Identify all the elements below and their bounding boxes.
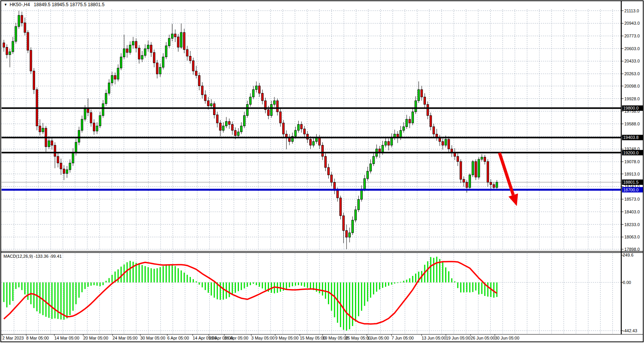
bear-candle: [321, 145, 323, 156]
bull-candle: [123, 49, 125, 57]
bear-candle: [439, 138, 441, 142]
macd-histogram-bar: [385, 282, 386, 287]
macd-histogram-bar: [253, 282, 254, 284]
bull-candle: [105, 93, 107, 104]
macd-histogram-bar: [475, 282, 476, 291]
macd-tick-label: -442.43: [623, 328, 637, 333]
bear-candle: [234, 130, 236, 135]
macd-histogram-bar: [156, 268, 158, 282]
macd-histogram-bar: [244, 282, 245, 289]
macd-histogram-bar: [69, 282, 71, 315]
macd-histogram-bar: [247, 282, 248, 287]
bear-candle: [87, 109, 89, 113]
bull-candle: [81, 119, 83, 130]
bull-candle: [472, 162, 474, 175]
macd-histogram-bar: [316, 282, 317, 292]
bear-candle: [301, 125, 303, 129]
bear-candle: [340, 198, 341, 216]
bull-candle: [349, 233, 351, 237]
macd-histogram-bar: [109, 278, 110, 282]
bear-candle: [331, 175, 333, 182]
bear-candle: [487, 162, 489, 182]
price-label-text: 19200.0: [623, 150, 639, 155]
macd-histogram-bar: [403, 281, 404, 282]
macd-histogram-bar: [96, 282, 98, 286]
bull-candle: [225, 122, 227, 126]
macd-histogram-bar: [202, 282, 203, 287]
chart-canvas[interactable]: 21113.020943.020773.020603.020433.020263…: [0, 0, 644, 343]
bull-candle: [78, 130, 80, 142]
macd-histogram-bar: [466, 282, 467, 292]
macd-histogram-bar: [160, 267, 161, 282]
bear-candle: [336, 191, 338, 198]
price-tick-label: 20603.0: [624, 46, 640, 51]
bear-candle: [214, 104, 215, 115]
bull-candle: [108, 83, 110, 93]
macd-histogram-bar: [111, 275, 113, 282]
bull-candle: [412, 112, 414, 123]
macd-histogram-bar: [57, 282, 59, 319]
bull-candle: [358, 199, 360, 210]
bear-candle: [289, 138, 291, 142]
macd-histogram-bar: [373, 282, 374, 294]
bear-candle: [346, 231, 348, 237]
date-label: 7 Jun 05:00: [392, 336, 414, 340]
bull-candle: [367, 171, 368, 179]
macd-histogram-bar: [24, 282, 25, 294]
macd-histogram-bar: [175, 266, 176, 282]
macd-histogram-bar: [448, 271, 449, 282]
bull-candle: [415, 101, 417, 112]
bear-candle: [457, 156, 459, 161]
bear-candle: [231, 125, 233, 130]
macd-histogram-bar: [214, 282, 215, 298]
macd-histogram-bar: [286, 282, 287, 289]
macd-tick-label: 0.00: [623, 280, 631, 285]
bull-candle: [18, 15, 20, 27]
macd-histogram-bar: [184, 273, 185, 282]
bear-candle: [114, 76, 116, 79]
bear-candle: [138, 48, 140, 59]
macd-histogram-bar: [118, 269, 119, 282]
macd-histogram-bar: [442, 261, 443, 282]
bear-candle: [90, 113, 92, 123]
bull-candle: [382, 145, 383, 152]
macd-histogram-bar: [400, 282, 401, 282]
bear-candle: [60, 163, 62, 169]
bear-candle: [343, 216, 345, 230]
macd-histogram-bar: [3, 282, 5, 302]
macd-histogram-bar: [457, 282, 458, 288]
bull-candle: [294, 130, 296, 136]
macd-histogram-bar: [364, 282, 365, 306]
macd-histogram-bar: [481, 282, 483, 294]
macd-histogram-bar: [337, 282, 338, 323]
bear-candle: [174, 34, 176, 37]
price-tick-label: 20263.0: [624, 71, 640, 76]
bear-candle: [261, 93, 263, 101]
price-tick-label: 19078.0: [624, 159, 640, 164]
bull-candle: [210, 104, 212, 106]
date-label: 13 Jun 05:00: [422, 336, 446, 340]
bull-candle: [316, 138, 318, 142]
bull-candle: [391, 138, 393, 145]
bear-candle: [466, 182, 468, 188]
bear-candle: [424, 97, 426, 104]
bull-candle: [403, 127, 405, 130]
symbol-dropdown-icon[interactable]: ▼: [4, 3, 7, 7]
macd-histogram-bar: [205, 282, 206, 290]
macd-histogram-bar: [250, 282, 251, 285]
macd-histogram-bar: [238, 282, 239, 291]
bull-candle: [117, 68, 119, 79]
macd-histogram-bar: [379, 282, 380, 289]
bull-candle: [141, 56, 143, 59]
macd-histogram-bar: [49, 282, 50, 318]
bull-candle: [237, 132, 239, 136]
macd-histogram-bar: [190, 277, 191, 282]
macd-histogram-bar: [355, 282, 356, 322]
macd-histogram-bar: [409, 278, 410, 282]
date-label: 14 Mar 05:00: [54, 336, 79, 340]
bear-candle: [409, 119, 411, 123]
macd-histogram-bar: [208, 282, 209, 293]
bear-candle: [279, 112, 281, 123]
macd-histogram-bar: [433, 258, 434, 282]
bear-candle: [198, 76, 200, 86]
